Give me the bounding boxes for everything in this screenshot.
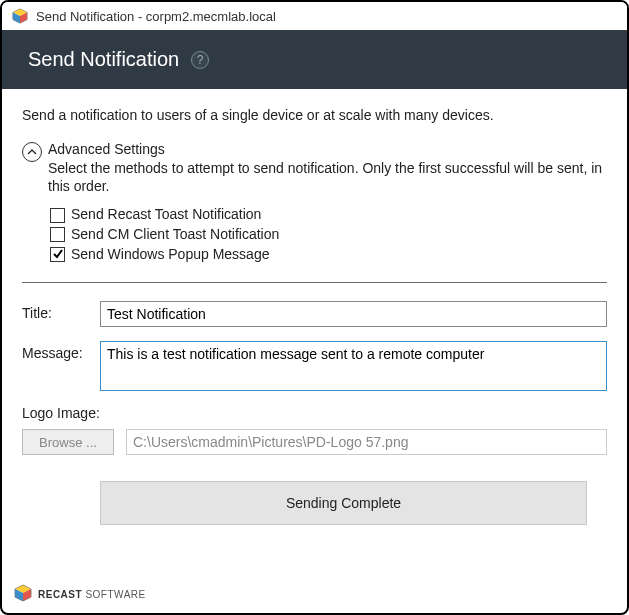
checkbox-row-windows-popup: Send Windows Popup Message <box>50 245 607 265</box>
title-row: Title: <box>22 301 607 327</box>
advanced-settings-description: Select the methods to attempt to send no… <box>48 159 607 195</box>
help-icon[interactable]: ? <box>191 51 209 69</box>
header-bar: Send Notification ? <box>2 30 627 89</box>
advanced-toggle-button[interactable] <box>22 142 42 162</box>
window-title: Send Notification - corpm2.mecmlab.local <box>36 9 276 24</box>
advanced-settings-title: Advanced Settings <box>48 141 607 157</box>
message-row: Message: <box>22 341 607 391</box>
page-title: Send Notification <box>28 48 179 71</box>
checkbox-windows-popup[interactable] <box>50 247 65 262</box>
app-icon <box>12 8 28 24</box>
footer: RECAST SOFTWARE <box>14 584 146 605</box>
checkbox-recast-toast[interactable] <box>50 208 65 223</box>
content-area: Send a notification to users of a single… <box>2 89 627 535</box>
send-status-button[interactable]: Sending Complete <box>100 481 587 525</box>
advanced-settings-section: Advanced Settings Select the methods to … <box>22 141 607 264</box>
message-input[interactable] <box>100 341 607 391</box>
logo-path-input[interactable] <box>126 429 607 455</box>
checkbox-label: Send CM Client Toast Notification <box>71 225 279 245</box>
checkbox-label: Send Recast Toast Notification <box>71 205 261 225</box>
footer-brand: RECAST SOFTWARE <box>38 589 146 600</box>
page-description: Send a notification to users of a single… <box>22 107 607 123</box>
logo-label: Logo Image: <box>22 405 607 421</box>
titlebar: Send Notification - corpm2.mecmlab.local <box>2 2 627 30</box>
chevron-up-icon <box>27 147 37 157</box>
title-label: Title: <box>22 301 100 321</box>
checkbox-row-recast-toast: Send Recast Toast Notification <box>50 205 607 225</box>
browse-button[interactable]: Browse ... <box>22 429 114 455</box>
checkbox-cm-toast[interactable] <box>50 227 65 242</box>
notification-method-list: Send Recast Toast Notification Send CM C… <box>50 205 607 264</box>
checkbox-label: Send Windows Popup Message <box>71 245 269 265</box>
check-icon <box>52 248 64 260</box>
message-label: Message: <box>22 341 100 361</box>
divider <box>22 282 607 283</box>
recast-logo-icon <box>14 584 32 605</box>
checkbox-row-cm-toast: Send CM Client Toast Notification <box>50 225 607 245</box>
logo-row: Browse ... <box>22 429 607 455</box>
title-input[interactable] <box>100 301 607 327</box>
